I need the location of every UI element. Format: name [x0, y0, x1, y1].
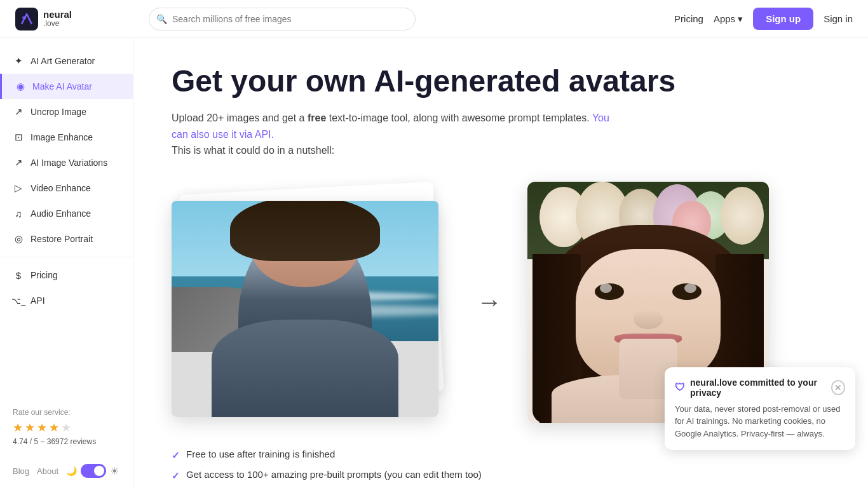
- feature-text-2: Get access to 100+ amazing pre-built pro…: [186, 469, 482, 480]
- sidebar: ✦ AI Art Generator ◉ Make AI Avatar ↗ Un…: [0, 38, 133, 488]
- sidebar-item-audio-enhance[interactable]: ♫ Audio Enhance: [0, 201, 133, 226]
- sidebar-items: ✦ AI Art Generator ◉ Make AI Avatar ↗ Un…: [0, 48, 133, 252]
- sidebar-item-ai-image-variations[interactable]: ↗ AI Image Variations: [0, 150, 133, 175]
- rate-label: Rate our service:: [13, 408, 120, 417]
- star-5: ★: [61, 421, 71, 435]
- sidebar-label: AI Art Generator: [31, 56, 95, 66]
- star-2: ★: [25, 421, 35, 435]
- sidebar-divider: [0, 257, 133, 257]
- sidebar-footer: Blog About 🌙 ☀: [0, 456, 133, 478]
- pricing-nav-link[interactable]: Pricing: [674, 13, 703, 24]
- rating-text: 4.74 / 5 − 36972 reviews: [13, 437, 120, 446]
- privacy-header: 🛡 neural.love committed to your privacy …: [675, 377, 845, 398]
- signin-link[interactable]: Sign in: [824, 13, 853, 24]
- check-icon-2: ✓: [172, 470, 180, 482]
- sidebar-label: Video Enhance: [31, 183, 91, 193]
- page-title: Get your own AI-generated avatars: [172, 64, 830, 98]
- audio-icon: ♫: [13, 208, 24, 219]
- chevron-down-icon: ▾: [738, 13, 743, 25]
- before-photo-stack: [172, 188, 451, 417]
- blog-link[interactable]: Blog: [13, 466, 29, 476]
- sidebar-item-restore-portrait[interactable]: ◎ Restore Portrait: [0, 226, 133, 252]
- enhance-icon: ⊡: [13, 132, 24, 143]
- video-icon: ▷: [13, 182, 24, 194]
- sidebar-item-make-ai-avatar[interactable]: ◉ Make AI Avatar: [0, 74, 133, 99]
- shield-icon: 🛡: [675, 382, 685, 393]
- privacy-notice: 🛡 neural.love committed to your privacy …: [665, 367, 855, 451]
- svg-point-1: [22, 16, 26, 20]
- privacy-text: Your data, never stored post-removal or …: [675, 403, 845, 440]
- check-icon-1: ✓: [172, 450, 180, 461]
- privacy-close-button[interactable]: ✕: [831, 380, 845, 395]
- signup-button[interactable]: Sign up: [753, 8, 813, 30]
- variations-icon: ↗: [13, 157, 24, 168]
- about-link[interactable]: About: [37, 466, 58, 476]
- logo[interactable]: neural .love: [15, 8, 85, 30]
- sidebar-item-pricing[interactable]: $ Pricing: [0, 262, 133, 288]
- sidebar-bottom: Rate our service: ★ ★ ★ ★ ★ 4.74 / 5 − 3…: [0, 398, 133, 456]
- theme-toggle-wrap: 🌙 ☀: [66, 464, 119, 478]
- top-nav: Pricing Apps ▾ Sign up Sign in: [674, 8, 853, 30]
- star-1: ★: [13, 421, 23, 435]
- logo-text: neural .love: [43, 10, 72, 29]
- feature-item-1: ✓ Free to use after training is finished: [172, 449, 830, 461]
- logo-icon: [15, 8, 38, 30]
- page-subtitle: Upload 20+ images and get a free text-to…: [172, 110, 616, 159]
- theme-toggle[interactable]: [81, 464, 106, 478]
- search-icon: 🔍: [156, 14, 167, 24]
- sun-icon: ☀: [110, 465, 119, 477]
- restore-icon: ◎: [13, 233, 24, 245]
- privacy-title: 🛡 neural.love committed to your privacy: [675, 377, 831, 398]
- sidebar-item-api[interactable]: ⌥_ API: [0, 288, 133, 313]
- dollar-icon: $: [13, 269, 24, 281]
- sidebar-label: Pricing: [31, 270, 58, 280]
- sidebar-item-image-enhance[interactable]: ⊡ Image Enhance: [0, 125, 133, 150]
- sidebar-item-uncrop-image[interactable]: ↗ Uncrop Image: [0, 99, 133, 125]
- sidebar-label: Audio Enhance: [31, 208, 91, 219]
- header: neural .love 🔍 Pricing Apps ▾ Sign up Si…: [0, 0, 868, 38]
- star-3: ★: [37, 421, 47, 435]
- feature-item-2: ✓ Get access to 100+ amazing pre-built p…: [172, 469, 830, 482]
- search-input[interactable]: [149, 8, 416, 30]
- uncrop-icon: ↗: [13, 106, 24, 118]
- sidebar-label: Image Enhance: [31, 132, 93, 142]
- apps-nav-link[interactable]: Apps ▾: [714, 13, 743, 25]
- avatar-icon: ◉: [15, 81, 26, 92]
- art-icon: ✦: [13, 55, 24, 67]
- sidebar-label: Make AI Avatar: [32, 81, 92, 92]
- feature-list: ✓ Free to use after training is finished…: [172, 449, 830, 482]
- search-wrapper: 🔍: [149, 8, 416, 30]
- api-icon: ⌥_: [13, 295, 24, 306]
- sidebar-item-video-enhance[interactable]: ▷ Video Enhance: [0, 175, 133, 201]
- sidebar-label: Restore Portrait: [31, 234, 93, 244]
- star-4: ★: [49, 421, 59, 435]
- feature-text-1: Free to use after training is finished: [186, 449, 335, 459]
- star-rating[interactable]: ★ ★ ★ ★ ★: [13, 421, 120, 435]
- sidebar-item-ai-art-generator[interactable]: ✦ AI Art Generator: [0, 48, 133, 74]
- photo-card-main: [172, 201, 438, 417]
- svg-rect-0: [15, 8, 38, 30]
- sidebar-label: Uncrop Image: [31, 107, 86, 117]
- sidebar-label: API: [31, 295, 45, 306]
- arrow-icon: →: [477, 288, 502, 316]
- sidebar-label: AI Image Variations: [31, 158, 107, 168]
- moon-icon: 🌙: [66, 466, 77, 476]
